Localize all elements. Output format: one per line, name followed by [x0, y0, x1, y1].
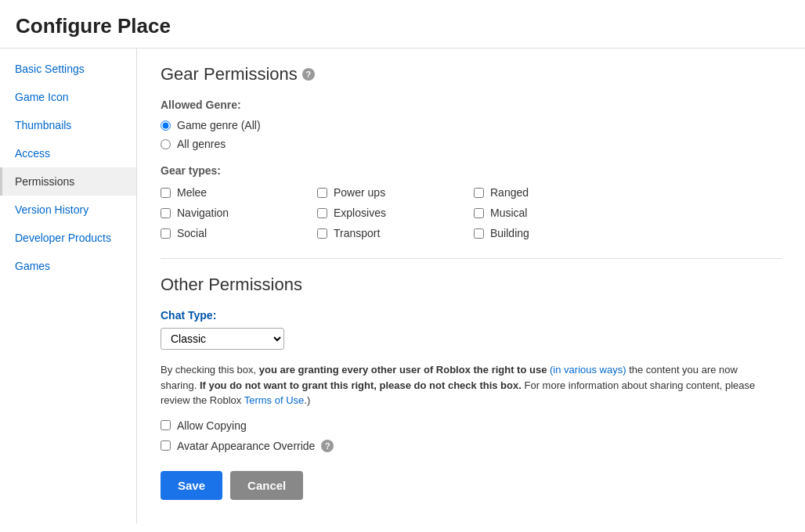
gear-type-building: Building	[474, 227, 630, 239]
allow-copying-label: Allow Copying	[177, 419, 247, 432]
genre-radio-game-genre-all[interactable]	[161, 120, 171, 131]
gear-type-transport: Transport	[317, 227, 474, 239]
legal-text: By checking this box, you are granting e…	[161, 362, 771, 408]
genre-option-all-genres: All genres	[161, 138, 782, 150]
gear-label-power-ups: Power ups	[334, 186, 385, 199]
avatar-appearance-row: Avatar Appearance Override ?	[161, 440, 782, 452]
gear-permissions-help-icon[interactable]: ?	[302, 68, 315, 81]
gear-checkbox-musical[interactable]	[474, 208, 484, 218]
gear-checkbox-social[interactable]	[161, 228, 171, 239]
gear-type-explosives: Explosives	[317, 207, 474, 219]
gear-type-ranged: Ranged	[474, 186, 630, 199]
gear-type-melee: Melee	[161, 186, 317, 199]
in-various-ways-link[interactable]: (in various ways)	[550, 364, 629, 376]
sidebar-item-basic-settings[interactable]: Basic Settings	[0, 55, 136, 83]
genre-radio-all-genres[interactable]	[161, 139, 171, 149]
main-content: Gear Permissions ? Allowed Genre: Game g…	[137, 49, 805, 523]
other-permissions-title: Other Permissions	[161, 275, 782, 295]
gear-types-grid: MeleePower upsRangedNavigationExplosives…	[161, 186, 782, 239]
gear-label-ranged: Ranged	[490, 186, 529, 199]
sidebar-item-version-history[interactable]: Version History	[0, 196, 136, 224]
gear-label-musical: Musical	[490, 207, 527, 219]
gear-type-social: Social	[161, 227, 317, 239]
terms-of-use-link[interactable]: Terms of Use	[244, 394, 305, 406]
gear-label-social: Social	[177, 227, 207, 239]
chat-type-label: Chat Type:	[161, 309, 782, 322]
genre-label-game-genre-all: Game genre (All)	[177, 119, 261, 131]
gear-label-transport: Transport	[334, 227, 380, 239]
chat-type-select[interactable]: ClassicBubbleClassic and BubbleDisabled	[161, 328, 284, 350]
gear-types-label: Gear types:	[161, 164, 782, 177]
gear-checkbox-power-ups[interactable]	[317, 188, 327, 198]
gear-type-power-ups: Power ups	[317, 186, 474, 199]
sidebar-item-games[interactable]: Games	[0, 252, 136, 280]
section-divider	[161, 258, 782, 259]
gear-label-melee: Melee	[177, 186, 207, 199]
avatar-appearance-checkbox[interactable]	[161, 440, 171, 451]
gear-label-navigation: Navigation	[177, 207, 229, 219]
sidebar-item-thumbnails[interactable]: Thumbnails	[0, 111, 136, 139]
cancel-button[interactable]: Cancel	[230, 471, 303, 500]
sidebar-item-game-icon[interactable]: Game Icon	[0, 83, 136, 111]
gear-checkbox-navigation[interactable]	[161, 208, 171, 218]
gear-type-musical: Musical	[474, 207, 630, 219]
gear-checkbox-transport[interactable]	[317, 228, 327, 239]
genre-label-all-genres: All genres	[177, 138, 226, 150]
allowed-genre-label: Allowed Genre:	[161, 99, 782, 111]
gear-checkbox-explosives[interactable]	[317, 208, 327, 218]
avatar-appearance-help-icon[interactable]: ?	[321, 440, 334, 452]
sidebar-item-permissions: Permissions	[0, 167, 136, 196]
button-row: Save Cancel	[161, 471, 782, 500]
allow-copying-checkbox[interactable]	[161, 420, 171, 430]
page-title: Configure Place	[0, 0, 805, 48]
sidebar-item-access[interactable]: Access	[0, 139, 136, 167]
genre-radio-group: Game genre (All)All genres	[161, 119, 782, 150]
avatar-appearance-label: Avatar Appearance Override	[177, 440, 315, 452]
gear-checkbox-building[interactable]	[474, 228, 484, 239]
sidebar-item-developer-products[interactable]: Developer Products	[0, 224, 136, 252]
chat-type-select-wrapper: ClassicBubbleClassic and BubbleDisabled	[161, 328, 284, 350]
gear-type-navigation: Navigation	[161, 207, 317, 219]
gear-checkbox-melee[interactable]	[161, 188, 171, 198]
genre-option-game-genre-all: Game genre (All)	[161, 119, 782, 131]
gear-checkbox-ranged[interactable]	[474, 188, 484, 198]
gear-label-explosives: Explosives	[334, 207, 386, 219]
gear-label-building: Building	[490, 227, 529, 239]
gear-permissions-title: Gear Permissions ?	[161, 64, 782, 84]
sidebar: Basic SettingsGame IconThumbnailsAccessP…	[0, 49, 137, 523]
allow-copying-row: Allow Copying	[161, 419, 782, 432]
save-button[interactable]: Save	[161, 471, 222, 500]
